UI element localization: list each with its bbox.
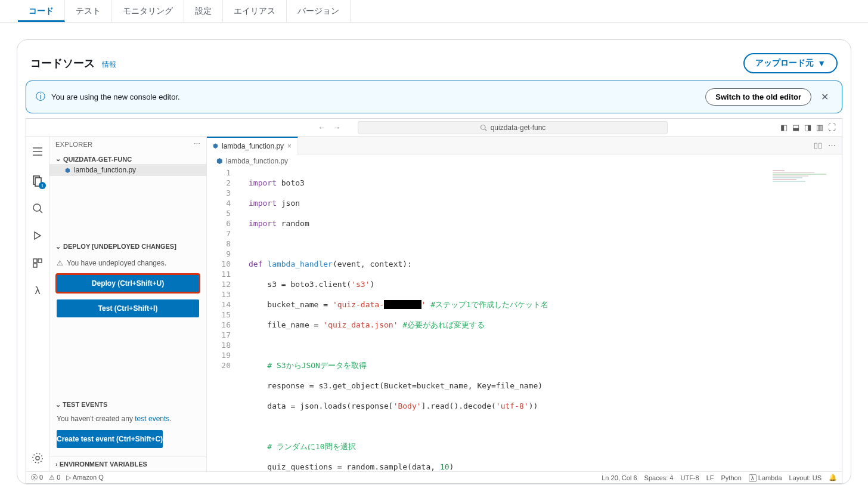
extensions-icon[interactable] (30, 256, 45, 270)
lambda-icon[interactable]: λ (30, 283, 45, 298)
banner-text: You are using the new console editor. (51, 92, 699, 101)
tab-action-icons: ▯▯ ⋯ (814, 141, 842, 150)
split-editor-icon[interactable]: ▯▯ (814, 141, 822, 150)
python-file-icon: ⬢ (213, 143, 218, 149)
top-tab-bar: コード テスト モニタリング 設定 エイリアス バージョン (0, 0, 868, 23)
test-events-title[interactable]: ⌄ TEST EVENTS (49, 398, 206, 411)
arrow-right-icon[interactable]: → (333, 123, 340, 132)
panel-left-icon[interactable]: ◧ (780, 123, 788, 132)
layout-grid-icon[interactable]: ▥ (816, 123, 823, 132)
editor-top-bar: ← → quizdata-get-func ◧ ⬓ ◨ ▥ ⛶ (26, 119, 842, 137)
no-test-events-text: You haven't created any test events. (49, 411, 206, 427)
more-icon[interactable]: ⋯ (194, 140, 200, 148)
test-button[interactable]: Test (Ctrl+Shift+I) (57, 299, 199, 317)
close-icon[interactable]: ✕ (817, 91, 832, 103)
editor-body: 1 λ EXPLORER ⋯ (26, 137, 842, 471)
tab-versions[interactable]: バージョン (287, 0, 351, 22)
env-variables-section[interactable]: › ENVIRONMENT VARIABLES (49, 456, 206, 471)
svg-point-12 (36, 456, 39, 460)
svg-point-13 (33, 453, 42, 463)
code-source-panel: コードソース 情報 アップロード元 ▼ ⓘ You are using the … (17, 39, 851, 484)
explorer-title: EXPLORER (55, 141, 92, 148)
menu-icon[interactable] (26, 143, 49, 160)
gear-icon[interactable] (30, 451, 45, 465)
amazon-q-status[interactable]: ▷ Amazon Q (66, 474, 103, 481)
code-editor-area: ⬢ lambda_function.py × ▯▯ ⋯ ⬢ lambda_fun… (207, 137, 842, 471)
panel-header: コードソース 情報 アップロード元 ▼ (17, 40, 851, 81)
search-icon (480, 124, 487, 131)
ide-container: ← → quizdata-get-func ◧ ⬓ ◨ ▥ ⛶ (26, 118, 842, 484)
project-section: ⌄ QUIZDATA-GET-FUNC ⬢ lambda_function.py (49, 152, 206, 178)
deploy-section-title[interactable]: ⌄ DEPLOY [UNDEPLOYED CHANGES] (49, 238, 206, 255)
undeployed-warning: ⚠ You have undeployed changes. (49, 255, 206, 271)
line-numbers: 1234567891011121314151617181920 (207, 168, 239, 485)
activity-bar: 1 λ (26, 137, 49, 471)
code-content[interactable]: 1234567891011121314151617181920 import b… (207, 168, 842, 485)
explorer-header: EXPLORER ⋯ (49, 137, 206, 152)
create-test-event-button[interactable]: Create test event (Ctrl+Shift+C) (57, 430, 163, 448)
run-debug-icon[interactable] (30, 228, 45, 243)
tab-settings[interactable]: 設定 (184, 0, 223, 22)
warning-icon: ⚠ (57, 259, 63, 267)
errors-indicator[interactable]: ⓧ 0 (31, 473, 43, 482)
project-name[interactable]: ⌄ QUIZDATA-GET-FUNC (49, 154, 206, 164)
editor-tab-active[interactable]: ⬢ lambda_function.py × (207, 137, 298, 155)
switch-old-editor-button[interactable]: Switch to the old editor (705, 88, 811, 106)
tab-test[interactable]: テスト (65, 0, 112, 22)
tab-aliases[interactable]: エイリアス (223, 0, 287, 22)
info-link[interactable]: 情報 (102, 60, 116, 69)
search-activity-icon[interactable] (30, 201, 45, 215)
svg-point-0 (480, 125, 485, 129)
svg-rect-11 (33, 264, 37, 267)
more-icon[interactable]: ⋯ (828, 141, 836, 150)
editor-tabs: ⬢ lambda_function.py × ▯▯ ⋯ (207, 137, 842, 155)
python-file-icon: ⬢ (65, 167, 70, 174)
upload-from-button[interactable]: アップロード元 ▼ (743, 53, 838, 73)
arrow-left-icon[interactable]: ← (318, 123, 326, 132)
panel-title: コードソース (30, 57, 95, 69)
fullscreen-icon[interactable]: ⛶ (828, 123, 836, 132)
chevron-down-icon: ⌄ (55, 155, 61, 163)
panel-right-icon[interactable]: ◨ (804, 123, 811, 132)
caret-down-icon: ▼ (817, 58, 826, 68)
svg-rect-9 (33, 259, 37, 262)
close-icon[interactable]: × (287, 142, 292, 150)
python-file-icon: ⬢ (216, 157, 222, 165)
chevron-right-icon: › (55, 461, 58, 468)
tab-code[interactable]: コード (18, 0, 65, 22)
breadcrumb-path[interactable]: ⬢ lambda_function.py (207, 155, 842, 168)
changes-badge: 1 (39, 182, 46, 189)
test-events-section: ⌄ TEST EVENTS You haven't created any te… (49, 394, 206, 456)
test-events-link[interactable]: test events (135, 415, 169, 423)
new-editor-banner: ⓘ You are using the new console editor. … (26, 81, 842, 113)
svg-line-1 (485, 129, 486, 131)
svg-rect-10 (38, 259, 42, 262)
chevron-down-icon: ⌄ (55, 401, 61, 408)
warnings-indicator[interactable]: ⚠ 0 (49, 474, 60, 481)
tab-monitoring[interactable]: モニタリング (112, 0, 184, 22)
layout-controls: ◧ ⬓ ◨ ▥ ⛶ (780, 123, 842, 132)
svg-line-8 (39, 210, 42, 213)
chevron-down-icon: ⌄ (55, 243, 61, 251)
explorer-icon[interactable]: 1 (30, 174, 45, 188)
deploy-button[interactable]: Deploy (Ctrl+Shift+U) (57, 274, 199, 292)
info-icon: ⓘ (36, 91, 45, 103)
code-lines[interactable]: import boto3 import json import random d… (239, 168, 842, 485)
breadcrumb-search[interactable]: quizdata-get-func (358, 121, 668, 134)
nav-arrows: ← → (305, 123, 353, 132)
file-item[interactable]: ⬢ lambda_function.py (49, 164, 206, 176)
explorer-sidebar: EXPLORER ⋯ ⌄ QUIZDATA-GET-FUNC ⬢ lambda_… (49, 137, 207, 471)
panel-bottom-icon[interactable]: ⬓ (792, 123, 799, 132)
